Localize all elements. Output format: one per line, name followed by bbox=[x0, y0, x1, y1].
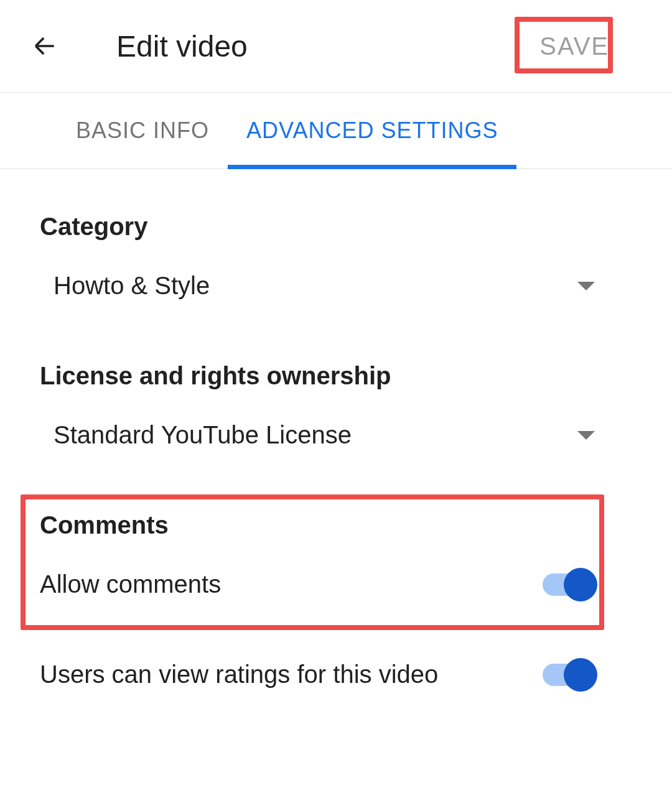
view-ratings-row: Users can view ratings for this video bbox=[40, 661, 632, 689]
license-select[interactable]: Standard YouTube License bbox=[40, 421, 632, 449]
allow-comments-label: Allow comments bbox=[40, 570, 221, 598]
page-title: Edit video bbox=[116, 29, 248, 63]
allow-comments-toggle[interactable] bbox=[543, 573, 595, 596]
header: Edit video SAVE bbox=[0, 0, 672, 92]
license-value: Standard YouTube License bbox=[54, 421, 352, 449]
allow-comments-row: Allow comments bbox=[40, 570, 632, 598]
save-button[interactable]: SAVE bbox=[530, 26, 619, 67]
comments-section: Comments Allow comments Users can view r… bbox=[40, 511, 632, 689]
toggle-thumb bbox=[564, 658, 597, 692]
tab-basic-info[interactable]: BASIC INFO bbox=[57, 93, 228, 169]
license-section: License and rights ownership Standard Yo… bbox=[40, 362, 632, 449]
view-ratings-label: Users can view ratings for this video bbox=[40, 661, 438, 689]
back-button[interactable] bbox=[31, 32, 58, 60]
category-section: Category Howto & Style bbox=[40, 213, 632, 300]
chevron-down-icon bbox=[577, 282, 595, 290]
chevron-down-icon bbox=[577, 431, 595, 440]
view-ratings-toggle[interactable] bbox=[543, 664, 595, 686]
category-select[interactable]: Howto & Style bbox=[40, 272, 632, 300]
comments-label: Comments bbox=[40, 511, 632, 539]
arrow-left-icon bbox=[31, 32, 58, 60]
tabs: BASIC INFO ADVANCED SETTINGS bbox=[0, 92, 672, 169]
category-value: Howto & Style bbox=[54, 272, 210, 300]
content: Category Howto & Style License and right… bbox=[0, 169, 672, 689]
toggle-thumb bbox=[564, 568, 597, 601]
category-label: Category bbox=[40, 213, 632, 241]
tab-advanced-settings[interactable]: ADVANCED SETTINGS bbox=[228, 93, 516, 169]
license-label: License and rights ownership bbox=[40, 362, 632, 390]
